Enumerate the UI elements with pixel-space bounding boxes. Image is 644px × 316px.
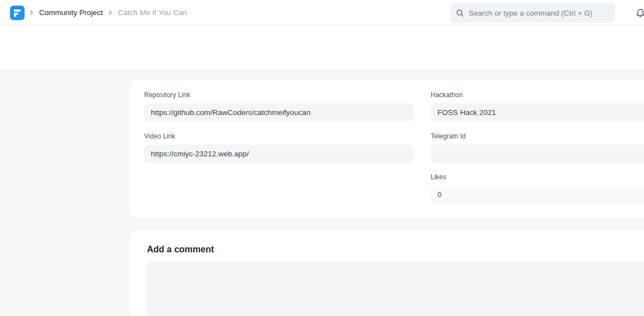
field-video-link: Video Link <box>144 132 413 163</box>
hackathon-input[interactable] <box>431 103 644 122</box>
field-label: Likes <box>431 173 644 181</box>
comment-section-card: Add a comment <box>130 230 644 316</box>
main-content: Repository Link Hackathon Video Link Tel… <box>0 71 644 316</box>
comment-section-heading: Add a comment <box>147 245 214 255</box>
field-hackathon: Hackathon <box>431 91 644 122</box>
field-label: Repository Link <box>144 91 413 99</box>
frappe-logo[interactable] <box>10 6 25 20</box>
search-input[interactable] <box>469 9 609 17</box>
breadcrumb: Community Project Catch Me If You Can <box>29 0 187 25</box>
comment-input[interactable] <box>147 261 644 316</box>
global-search[interactable] <box>450 3 615 23</box>
navbar: Community Project Catch Me If You Can <box>0 0 644 25</box>
field-likes: Likes <box>431 173 644 204</box>
field-label: Hackathon <box>431 91 644 99</box>
search-icon <box>456 9 464 17</box>
breadcrumb-item-current[interactable]: Catch Me If You Can <box>118 8 187 17</box>
telegram-id-input[interactable] <box>431 145 644 163</box>
form-section-card: Repository Link Hackathon Video Link Tel… <box>130 80 644 219</box>
field-telegram-id: Telegram Id <box>431 132 644 163</box>
page-head <box>0 25 644 71</box>
repository-link-input[interactable] <box>144 103 413 122</box>
chevron-right-icon <box>108 10 113 15</box>
field-label: Video Link <box>144 132 413 140</box>
breadcrumb-item-community-project[interactable]: Community Project <box>39 8 103 17</box>
likes-input <box>431 185 644 204</box>
field-repository-link: Repository Link <box>144 91 413 122</box>
notification-bell-icon[interactable] <box>633 6 644 20</box>
field-label: Telegram Id <box>431 132 644 140</box>
logo-glyph <box>14 9 21 12</box>
chevron-right-icon <box>29 10 34 15</box>
video-link-input[interactable] <box>144 145 413 163</box>
